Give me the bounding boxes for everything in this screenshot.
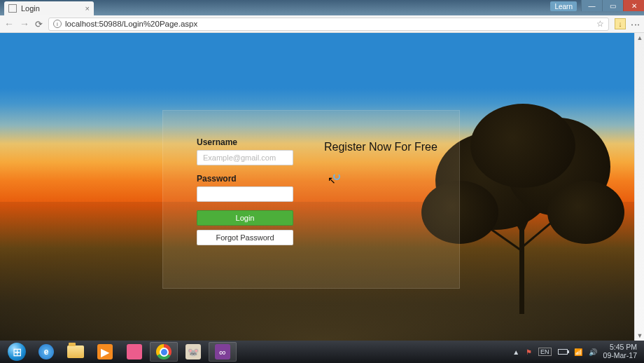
visual-studio-icon: ∞ [215,344,230,359]
start-button[interactable]: ⊞ [3,342,31,362]
tab-title: Login [21,4,40,13]
forgot-password-label: Forgot Password [216,233,274,242]
taskbar: ⊞ e ▶ 🐭 ∞ ▲ ⚑ EN 5:45 PM 09-Mar-17 [0,341,644,363]
login-card: Username Password Login Forgot Password … [162,110,460,289]
page-viewport: Username Password Login Forgot Password … [0,33,644,341]
bookmark-star-icon[interactable]: ☆ [596,19,604,29]
tab-close-icon[interactable]: × [85,4,90,13]
clock-date: 09-Mar-17 [603,352,637,360]
volume-icon[interactable] [589,348,597,356]
taskbar-visual-studio[interactable]: ∞ [209,342,237,362]
tray-overflow-icon[interactable]: ▲ [512,348,519,356]
register-heading: Register Now For Free [324,140,447,154]
system-tray: ▲ ⚑ EN 5:45 PM 09-Mar-17 [512,343,641,359]
page-icon [8,4,17,13]
browser-toolbar: ← → ⟳ i localhost:50988/Login%20Page.asp… [0,15,644,33]
learn-badge[interactable]: Learn [550,1,577,11]
browser-menu-button[interactable]: ⋮ [631,20,641,28]
scroll-down-icon[interactable]: ▼ [635,331,644,341]
taskbar-app-pink[interactable] [120,342,148,362]
taskbar-chrome[interactable] [150,342,178,362]
login-button-label: Login [236,214,255,222]
vertical-scrollbar[interactable]: ▲ ▼ [634,33,644,341]
forgot-password-button[interactable]: Forgot Password [197,230,293,245]
window-close-button[interactable]: ✕ [623,0,644,11]
login-button[interactable]: Login [197,210,293,226]
network-icon[interactable] [574,348,582,356]
pink-app-icon [127,344,142,359]
window-minimize-button[interactable]: — [581,0,602,11]
gimp-icon: 🐭 [186,344,201,359]
loading-spinner-icon [333,173,340,180]
taskbar-gimp[interactable]: 🐭 [179,342,207,362]
play-icon: ▶ [97,344,113,359]
taskbar-explorer[interactable] [62,342,90,362]
nav-forward-button[interactable]: → [20,18,29,29]
battery-icon[interactable] [558,349,568,355]
password-label: Password [197,174,304,184]
taskbar-ie[interactable]: e [32,342,60,362]
browser-tab[interactable]: Login × [4,1,94,15]
language-indicator[interactable]: EN [538,348,552,356]
windows-orb-icon: ⊞ [8,343,26,361]
username-label: Username [197,137,304,147]
site-info-icon[interactable]: i [53,20,62,28]
download-indicator-icon[interactable]: ↓ [615,18,626,29]
url-text: localhost:50988/Login%20Page.aspx [65,20,197,28]
action-center-icon[interactable]: ⚑ [526,348,532,356]
taskbar-media-player[interactable]: ▶ [91,342,119,362]
taskbar-clock[interactable]: 5:45 PM 09-Mar-17 [603,343,637,359]
nav-back-button[interactable]: ← [4,18,14,29]
window-maximize-button[interactable]: ▭ [602,0,623,11]
browser-tabstrip: Login × Learn — ▭ ✕ [0,0,644,15]
folder-icon [67,345,84,358]
password-input[interactable] [197,186,293,202]
address-bar[interactable]: i localhost:50988/Login%20Page.aspx ☆ [48,18,609,31]
scroll-up-icon[interactable]: ▲ [635,33,644,43]
chrome-icon [156,344,172,359]
ie-icon: e [38,344,54,359]
username-input[interactable] [197,150,293,165]
nav-reload-button[interactable]: ⟳ [35,19,43,29]
